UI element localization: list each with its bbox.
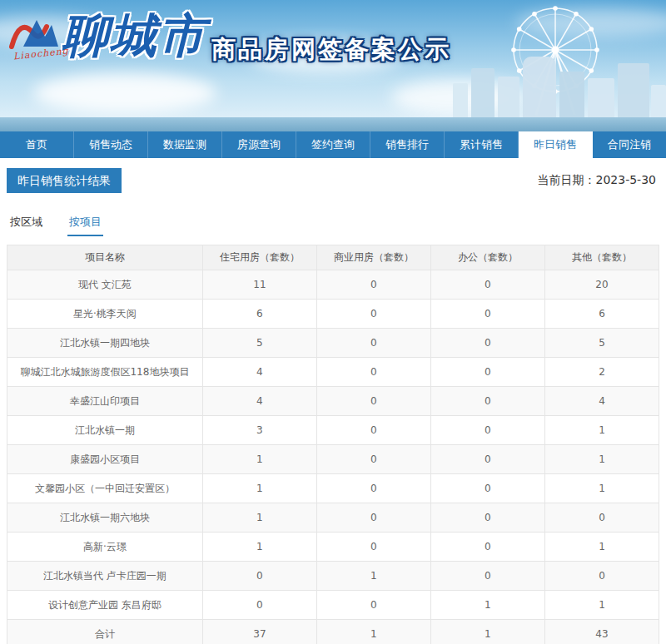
value-cell: 0 [316,445,430,474]
value-cell: 43 [544,620,659,644]
value-cell: 5 [544,329,659,358]
column-header: 其他（套数） [544,245,659,270]
table-row: 现代 文汇苑110020 [7,270,659,300]
nav-item-sales-ranking[interactable]: 销售排行 [370,131,445,158]
value-cell: 0 [430,445,544,474]
nav-item-contract-cancel[interactable]: 合同注销 [593,131,666,158]
nav-item-sales-activity[interactable]: 销售动态 [74,131,148,158]
value-cell: 0 [544,503,659,533]
value-cell: 0 [316,387,430,416]
column-header: 办公（套数） [430,245,544,270]
table-row: 设计创意产业园 东昌府邸0011 [7,591,659,620]
value-cell: 0 [430,562,544,591]
value-cell: 0 [316,533,430,562]
value-cell: 1 [544,533,659,562]
tab-by-project[interactable]: 按项目 [67,210,103,236]
value-cell: 4 [202,387,316,416]
main-nav: 首页 销售动态 数据监测 房源查询 签约查询 销售排行 累计销售 昨日销售 合同… [0,131,666,158]
water-decoration [0,117,666,131]
value-cell: 1 [316,562,430,591]
main-content: 昨日销售统计结果 当前日期：2023-5-30 按区域 按项目 项目名称住宅用房… [0,158,666,644]
value-cell: 1 [430,591,544,620]
value-cell: 1 [202,503,316,533]
project-name-cell: 江北水镇一期四地块 [7,329,203,358]
value-cell: 0 [202,591,316,620]
value-cell: 1 [202,533,316,562]
nav-item-data-monitor[interactable]: 数据监测 [148,131,222,158]
value-cell: 4 [202,358,316,387]
value-cell: 0 [316,300,430,329]
value-cell: 0 [430,474,544,503]
current-date-value: 2023-5-30 [596,173,656,186]
table-row: 幸盛江山印项目4004 [7,387,659,416]
site-title: 商品房网签备案公示 [211,33,451,67]
value-cell: 0 [316,416,430,445]
value-cell: 0 [316,591,430,620]
value-cell: 6 [544,300,659,329]
value-cell: 1 [430,620,544,644]
project-name-cell: 设计创意产业园 东昌府邸 [7,591,203,620]
value-cell: 1 [544,474,659,503]
value-cell: 0 [430,416,544,445]
project-name-cell: 江北水镇当代 卢卡庄园一期 [7,562,203,591]
value-cell: 1 [316,620,430,644]
project-name-cell: 幸盛江山印项目 [7,387,203,416]
table-row: 康盛园小区项目1001 [7,445,659,474]
site-banner: Liaocheng 聊城市 商品房网签备案公示 [0,0,666,131]
value-cell: 2 [544,358,659,387]
value-cell: 37 [202,620,316,644]
project-name-cell: 聊城江北水城旅游度假区118地块项目 [7,358,203,387]
project-name-cell: 现代 文汇苑 [7,270,203,300]
value-cell: 6 [202,300,316,329]
view-tabs: 按区域 按项目 [8,210,658,236]
project-name-cell: 合计 [7,620,203,644]
table-row: 江北水镇当代 卢卡庄园一期0100 [7,562,659,591]
table-row: 文馨园小区（一中回迁安置区）1001 [7,474,659,503]
project-name-cell: 高新·云璟 [7,533,203,562]
value-cell: 0 [316,329,430,358]
value-cell: 0 [316,358,430,387]
value-cell: 1 [544,591,659,620]
column-header: 住宅用房（套数） [202,245,316,270]
nav-item-listing-query[interactable]: 房源查询 [222,131,296,158]
project-name-cell: 康盛园小区项目 [7,445,203,474]
value-cell: 4 [544,387,659,416]
value-cell: 0 [430,300,544,329]
value-cell: 0 [316,503,430,533]
value-cell: 0 [430,270,544,300]
value-cell: 1 [202,474,316,503]
value-cell: 0 [316,474,430,503]
value-cell: 0 [430,358,544,387]
value-cell: 1 [544,445,659,474]
cloud-decoration [33,73,216,113]
project-name-cell: 江北水镇一期 [7,416,203,445]
table-row: 聊城江北水城旅游度假区118地块项目4002 [7,358,659,387]
nav-item-home[interactable]: 首页 [0,131,74,158]
project-name-cell: 文馨园小区（一中回迁安置区） [7,474,203,503]
value-cell: 0 [430,533,544,562]
table-row: 星光·桃李天阅6006 [7,300,659,329]
column-header: 项目名称 [7,245,203,270]
value-cell: 1 [544,416,659,445]
current-date: 当前日期：2023-5-30 [538,173,659,188]
nav-item-cumulative-sales[interactable]: 累计销售 [445,131,519,158]
section-title-badge: 昨日销售统计结果 [7,168,122,193]
logo-city-text: 聊城市 [62,12,206,58]
table-row: 江北水镇一期四地块5005 [7,329,659,358]
current-date-label: 当前日期： [538,173,596,186]
table-row: 江北水镇一期3001 [7,416,659,445]
value-cell: 5 [202,329,316,358]
nav-item-contract-query[interactable]: 签约查询 [296,131,370,158]
tab-by-region[interactable]: 按区域 [8,210,44,236]
value-cell: 0 [544,562,659,591]
table-row-total: 合计371143 [7,620,659,644]
value-cell: 11 [202,270,316,300]
nav-item-yesterday-sales[interactable]: 昨日销售 [519,131,593,158]
table-row: 江北水镇一期六地块1000 [7,503,659,533]
value-cell: 0 [430,387,544,416]
project-name-cell: 星光·桃李天阅 [7,300,203,329]
value-cell: 0 [202,562,316,591]
table-header-row: 项目名称住宅用房（套数）商业用房（套数）办公（套数）其他（套数） [7,245,659,270]
value-cell: 0 [430,503,544,533]
value-cell: 20 [544,270,659,300]
